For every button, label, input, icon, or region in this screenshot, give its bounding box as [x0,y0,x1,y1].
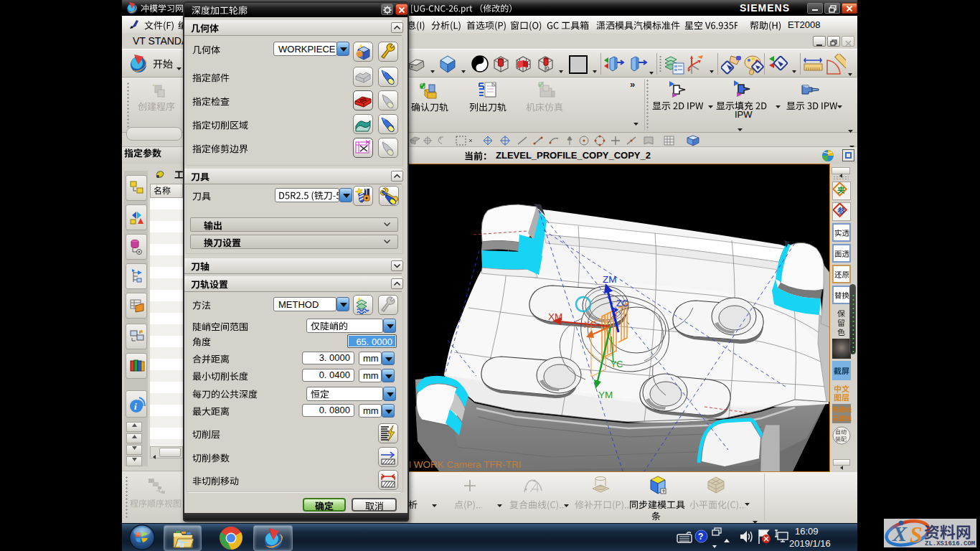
svg-text:S: S [910,522,923,547]
svg-text:l WORK Camera TFR-TRI: l WORK Camera TFR-TRI [409,459,522,470]
svg-text:YM: YM [598,390,613,400]
svg-text:ZM: ZM [603,274,617,285]
svg-text:XM: XM [548,311,562,322]
svg-text:ZL.XS1616.COM: ZL.XS1616.COM [925,540,975,547]
svg-text:X: X [892,522,908,545]
svg-text:XC: XC [584,320,596,330]
svg-text:?: ? [698,532,703,542]
svg-text:YC: YC [611,359,623,369]
svg-text:ZC: ZC [616,298,628,309]
svg-text:i: i [134,401,137,412]
